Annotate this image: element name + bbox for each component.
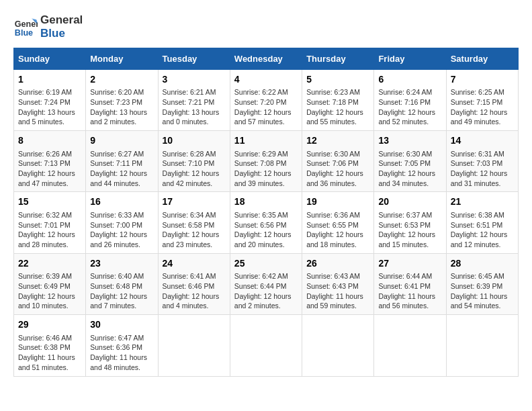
calendar-cell: 26Sunrise: 6:43 AM Sunset: 6:43 PM Dayli… xyxy=(302,253,374,314)
day-info: Sunrise: 6:19 AM Sunset: 7:24 PM Dayligh… xyxy=(18,87,81,127)
day-info: Sunrise: 6:34 AM Sunset: 6:58 PM Dayligh… xyxy=(163,210,226,250)
calendar-week-1: 1Sunrise: 6:19 AM Sunset: 7:24 PM Daylig… xyxy=(14,69,519,130)
day-info: Sunrise: 6:46 AM Sunset: 6:38 PM Dayligh… xyxy=(18,333,81,373)
calendar-cell: 10Sunrise: 6:28 AM Sunset: 7:10 PM Dayli… xyxy=(158,131,230,192)
calendar-cell xyxy=(446,315,518,376)
day-info: Sunrise: 6:30 AM Sunset: 7:06 PM Dayligh… xyxy=(306,149,369,189)
day-info: Sunrise: 6:20 AM Sunset: 7:23 PM Dayligh… xyxy=(90,87,153,127)
weekday-header-saturday: Saturday xyxy=(446,48,518,69)
day-number: 7 xyxy=(451,73,514,87)
day-number: 12 xyxy=(306,134,369,148)
day-number: 14 xyxy=(451,134,514,148)
logo-icon: General Blue xyxy=(13,15,38,39)
calendar-cell: 9Sunrise: 6:27 AM Sunset: 7:11 PM Daylig… xyxy=(86,131,158,192)
weekday-header-row: SundayMondayTuesdayWednesdayThursdayFrid… xyxy=(14,48,519,69)
day-number: 6 xyxy=(378,73,441,87)
calendar-week-5: 29Sunrise: 6:46 AM Sunset: 6:38 PM Dayli… xyxy=(14,315,519,376)
day-number: 26 xyxy=(306,257,369,271)
day-number: 23 xyxy=(90,257,153,271)
calendar-cell xyxy=(158,315,230,376)
logo: General Blue General Blue xyxy=(13,13,83,41)
calendar-cell: 4Sunrise: 6:22 AM Sunset: 7:20 PM Daylig… xyxy=(230,69,302,130)
day-info: Sunrise: 6:43 AM Sunset: 6:43 PM Dayligh… xyxy=(306,271,369,311)
weekday-header-wednesday: Wednesday xyxy=(230,48,302,69)
calendar-table: SundayMondayTuesdayWednesdayThursdayFrid… xyxy=(13,48,519,377)
day-number: 4 xyxy=(234,73,298,87)
day-number: 25 xyxy=(234,257,298,271)
day-info: Sunrise: 6:42 AM Sunset: 6:44 PM Dayligh… xyxy=(234,271,298,311)
weekday-header-tuesday: Tuesday xyxy=(158,48,230,69)
calendar-cell: 27Sunrise: 6:44 AM Sunset: 6:41 PM Dayli… xyxy=(374,253,446,314)
day-info: Sunrise: 6:32 AM Sunset: 7:01 PM Dayligh… xyxy=(18,210,81,250)
day-info: Sunrise: 6:36 AM Sunset: 6:55 PM Dayligh… xyxy=(306,210,369,250)
day-number: 24 xyxy=(163,257,226,271)
calendar-cell: 5Sunrise: 6:23 AM Sunset: 7:18 PM Daylig… xyxy=(302,69,374,130)
day-number: 5 xyxy=(306,73,369,87)
calendar-cell: 29Sunrise: 6:46 AM Sunset: 6:38 PM Dayli… xyxy=(14,315,86,376)
calendar-cell: 18Sunrise: 6:35 AM Sunset: 6:56 PM Dayli… xyxy=(230,192,302,253)
calendar-cell: 7Sunrise: 6:25 AM Sunset: 7:15 PM Daylig… xyxy=(446,69,518,130)
calendar-cell: 19Sunrise: 6:36 AM Sunset: 6:55 PM Dayli… xyxy=(302,192,374,253)
day-number: 8 xyxy=(18,134,81,148)
day-number: 30 xyxy=(90,318,153,332)
calendar-cell: 25Sunrise: 6:42 AM Sunset: 6:44 PM Dayli… xyxy=(230,253,302,314)
weekday-header-friday: Friday xyxy=(374,48,446,69)
weekday-header-monday: Monday xyxy=(86,48,158,69)
day-info: Sunrise: 6:33 AM Sunset: 7:00 PM Dayligh… xyxy=(90,210,153,250)
day-number: 11 xyxy=(234,134,298,148)
day-number: 9 xyxy=(90,134,153,148)
calendar-cell: 16Sunrise: 6:33 AM Sunset: 7:00 PM Dayli… xyxy=(86,192,158,253)
calendar-cell: 22Sunrise: 6:39 AM Sunset: 6:49 PM Dayli… xyxy=(14,253,86,314)
day-number: 1 xyxy=(18,73,81,87)
calendar-week-2: 8Sunrise: 6:26 AM Sunset: 7:13 PM Daylig… xyxy=(14,131,519,192)
day-info: Sunrise: 6:27 AM Sunset: 7:11 PM Dayligh… xyxy=(90,149,153,189)
calendar-cell: 30Sunrise: 6:47 AM Sunset: 6:36 PM Dayli… xyxy=(86,315,158,376)
day-info: Sunrise: 6:23 AM Sunset: 7:18 PM Dayligh… xyxy=(306,87,369,127)
calendar-cell: 17Sunrise: 6:34 AM Sunset: 6:58 PM Dayli… xyxy=(158,192,230,253)
logo-general: General xyxy=(40,13,83,27)
calendar-cell: 2Sunrise: 6:20 AM Sunset: 7:23 PM Daylig… xyxy=(86,69,158,130)
day-info: Sunrise: 6:26 AM Sunset: 7:13 PM Dayligh… xyxy=(18,149,81,189)
calendar-cell: 23Sunrise: 6:40 AM Sunset: 6:48 PM Dayli… xyxy=(86,253,158,314)
weekday-header-sunday: Sunday xyxy=(14,48,86,69)
day-number: 29 xyxy=(18,318,81,332)
calendar-cell xyxy=(230,315,302,376)
svg-text:Blue: Blue xyxy=(15,28,33,38)
calendar-cell: 11Sunrise: 6:29 AM Sunset: 7:08 PM Dayli… xyxy=(230,131,302,192)
day-number: 21 xyxy=(451,195,514,209)
calendar-cell xyxy=(374,315,446,376)
day-info: Sunrise: 6:35 AM Sunset: 6:56 PM Dayligh… xyxy=(234,210,298,250)
calendar-cell: 14Sunrise: 6:31 AM Sunset: 7:03 PM Dayli… xyxy=(446,131,518,192)
day-number: 20 xyxy=(378,195,441,209)
day-info: Sunrise: 6:44 AM Sunset: 6:41 PM Dayligh… xyxy=(378,271,441,311)
day-info: Sunrise: 6:30 AM Sunset: 7:05 PM Dayligh… xyxy=(378,149,441,189)
calendar-cell: 1Sunrise: 6:19 AM Sunset: 7:24 PM Daylig… xyxy=(14,69,86,130)
day-info: Sunrise: 6:47 AM Sunset: 6:36 PM Dayligh… xyxy=(90,333,153,373)
calendar-cell: 6Sunrise: 6:24 AM Sunset: 7:16 PM Daylig… xyxy=(374,69,446,130)
day-number: 28 xyxy=(451,257,514,271)
day-number: 3 xyxy=(163,73,226,87)
calendar-week-3: 15Sunrise: 6:32 AM Sunset: 7:01 PM Dayli… xyxy=(14,192,519,253)
page-header: General Blue General Blue xyxy=(13,13,519,41)
calendar-cell: 15Sunrise: 6:32 AM Sunset: 7:01 PM Dayli… xyxy=(14,192,86,253)
day-info: Sunrise: 6:38 AM Sunset: 6:51 PM Dayligh… xyxy=(451,210,514,250)
calendar-cell: 24Sunrise: 6:41 AM Sunset: 6:46 PM Dayli… xyxy=(158,253,230,314)
calendar-cell: 3Sunrise: 6:21 AM Sunset: 7:21 PM Daylig… xyxy=(158,69,230,130)
day-number: 22 xyxy=(18,257,81,271)
weekday-header-thursday: Thursday xyxy=(302,48,374,69)
day-info: Sunrise: 6:28 AM Sunset: 7:10 PM Dayligh… xyxy=(163,149,226,189)
day-number: 13 xyxy=(378,134,441,148)
day-info: Sunrise: 6:41 AM Sunset: 6:46 PM Dayligh… xyxy=(163,271,226,311)
day-info: Sunrise: 6:24 AM Sunset: 7:16 PM Dayligh… xyxy=(378,87,441,127)
day-info: Sunrise: 6:31 AM Sunset: 7:03 PM Dayligh… xyxy=(451,149,514,189)
calendar-cell: 20Sunrise: 6:37 AM Sunset: 6:53 PM Dayli… xyxy=(374,192,446,253)
calendar-cell: 12Sunrise: 6:30 AM Sunset: 7:06 PM Dayli… xyxy=(302,131,374,192)
day-number: 17 xyxy=(163,195,226,209)
calendar-week-4: 22Sunrise: 6:39 AM Sunset: 6:49 PM Dayli… xyxy=(14,253,519,314)
calendar-cell xyxy=(302,315,374,376)
day-info: Sunrise: 6:40 AM Sunset: 6:48 PM Dayligh… xyxy=(90,271,153,311)
day-info: Sunrise: 6:25 AM Sunset: 7:15 PM Dayligh… xyxy=(451,87,514,127)
day-number: 10 xyxy=(163,134,226,148)
day-number: 15 xyxy=(18,195,81,209)
day-number: 16 xyxy=(90,195,153,209)
